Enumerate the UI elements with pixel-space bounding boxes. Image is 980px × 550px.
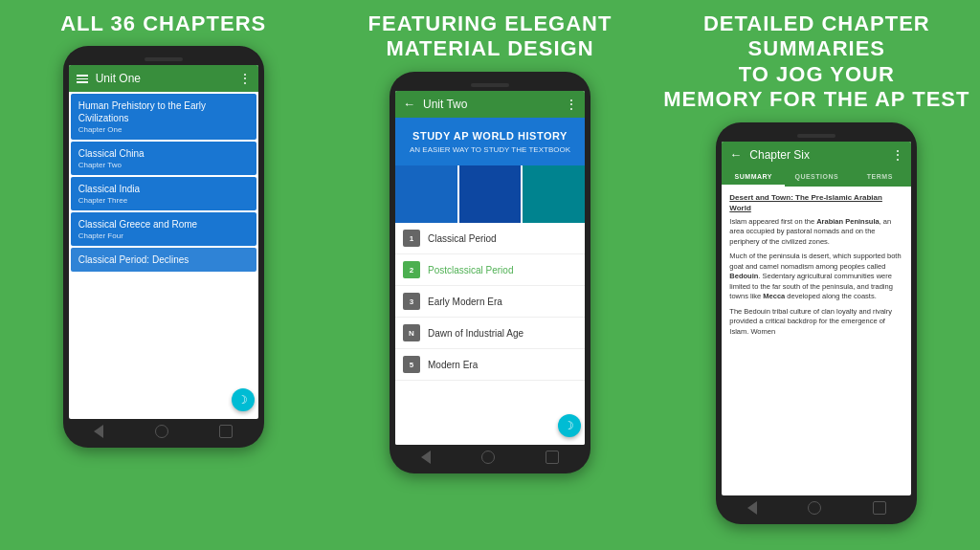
unit-item-3[interactable]: 3 Early Modern Era: [395, 286, 585, 318]
unit-num-5: 5: [403, 356, 420, 373]
img-col-1: [395, 165, 457, 223]
phone-speaker-1: [145, 57, 183, 61]
phone-speaker-3: [797, 134, 835, 138]
unit-item-1[interactable]: 1 Classical Period: [395, 223, 585, 254]
chapter-item-4[interactable]: Classical Greece and Rome Chapter Four: [71, 212, 256, 246]
unit-name-2: Postclassical Period: [428, 265, 513, 275]
chapter-title-4: Classical Greece and Rome: [78, 218, 249, 231]
chapter-sub-1: Chapter One: [78, 125, 249, 134]
summary-para-2: Much of the peninsula is desert, which s…: [729, 252, 903, 302]
unit-num-3: 3: [403, 293, 420, 310]
chapter-title-2: Classical China: [78, 147, 249, 160]
banner-images: [395, 165, 585, 223]
phone-speaker-2: [471, 83, 509, 87]
panel1-title: ALL 36 CHAPTERS: [60, 11, 266, 36]
summary-para-1: Islam appeared first on the Arabian Peni…: [729, 217, 903, 248]
phone-screen-3: ← Chapter Six ⋮ SUMMARY QUESTIONS TERMS …: [722, 142, 911, 495]
recents-button-3[interactable]: [873, 501, 886, 515]
phone-bottom-2: [395, 445, 585, 466]
chapter-item-2[interactable]: Classical China Chapter Two: [71, 142, 256, 175]
study-banner: STUDY AP WORLD HISTORY AN EASIER WAY TO …: [395, 118, 585, 165]
more-options-2[interactable]: ⋮: [565, 97, 577, 112]
summary-para-3: The Bedouin tribal culture of clan loyal…: [729, 307, 903, 338]
phone-2: ← Unit Two ⋮ STUDY AP WORLD HISTORY AN E…: [390, 72, 590, 473]
chapter-title-3: Classical India: [78, 183, 249, 195]
bold-1: Arabian Peninsula: [816, 217, 879, 226]
more-options-1[interactable]: ⋮: [238, 71, 251, 86]
img-col-2: [459, 165, 522, 223]
unit-name-3: Early Modern Era: [428, 297, 502, 307]
tab-summary[interactable]: SUMMARY: [722, 168, 785, 187]
unit-num-2: 2: [403, 261, 420, 278]
phone-1: Unit One ⋮ Human Prehistory to the Early…: [63, 46, 264, 448]
back-arrow-2[interactable]: ←: [403, 97, 415, 111]
back-button-1[interactable]: [94, 425, 103, 438]
panel2-title: FEATURING ELEGANT MATERIAL DESIGN: [334, 11, 645, 62]
phone-bottom-1: [69, 419, 258, 440]
chapter-list: Human Prehistory to the Early Civilizati…: [69, 92, 258, 419]
unit-item-4[interactable]: N Dawn of Industrial Age: [395, 318, 585, 349]
tab-bar: SUMMARY QUESTIONS TERMS: [722, 168, 911, 187]
recents-button-2[interactable]: [546, 451, 559, 464]
appbar-title-2: Unit Two: [423, 98, 565, 111]
appbar-title-1: Unit One: [96, 72, 238, 85]
phone-screen-1: Unit One ⋮ Human Prehistory to the Early…: [69, 65, 258, 419]
recents-button-1[interactable]: [219, 425, 233, 438]
unit-item-2[interactable]: 2 Postclassical Period: [395, 254, 585, 286]
appbar-title-3: Chapter Six: [749, 148, 891, 162]
phone-3: ← Chapter Six ⋮ SUMMARY QUESTIONS TERMS …: [716, 122, 917, 524]
menu-icon[interactable]: [77, 75, 88, 83]
panel-3: DETAILED CHAPTER SUMMARIESTo Jog YourMEM…: [654, 0, 980, 550]
bold-3: Mecca: [763, 292, 785, 300]
chapter-item-5[interactable]: Classical Period: Declines: [71, 248, 256, 272]
back-arrow-3[interactable]: ←: [729, 147, 742, 162]
more-options-3[interactable]: ⋮: [891, 147, 903, 163]
tab-terms[interactable]: TERMS: [848, 168, 911, 187]
panel-2: FEATURING ELEGANT MATERIAL DESIGN ← Unit…: [326, 0, 653, 550]
unit-item-5[interactable]: 5 Modern Era: [395, 349, 585, 381]
panel-1: ALL 36 CHAPTERS Unit One ⋮ Human Prehist…: [0, 0, 326, 550]
section-title: Desert and Town: The Pre-Islamic Arabian…: [729, 192, 903, 213]
app-bar-2: ← Unit Two ⋮: [395, 91, 585, 118]
summary-content: Desert and Town: The Pre-Islamic Arabian…: [722, 187, 911, 495]
unit-name-5: Modern Era: [428, 360, 478, 370]
app-bar-3: ← Chapter Six ⋮: [722, 142, 911, 168]
fab-button-2[interactable]: ☽: [558, 414, 581, 437]
chapter-title-1: Human Prehistory to the Early Civilizati…: [78, 99, 249, 124]
chapter-item-1[interactable]: Human Prehistory to the Early Civilizati…: [71, 94, 256, 140]
unit-num-4: N: [403, 324, 420, 341]
img-col-3: [523, 165, 585, 223]
panel3-title: DETAILED CHAPTER SUMMARIESTo Jog YourMEM…: [661, 11, 972, 113]
unit-list: 1 Classical Period 2 Postclassical Perio…: [395, 223, 585, 445]
app-bar-1: Unit One ⋮: [69, 65, 258, 92]
study-title: STUDY AP WORLD HISTORY: [403, 129, 577, 143]
home-button-1[interactable]: [155, 425, 168, 438]
chapter-sub-4: Chapter Four: [78, 231, 249, 240]
tab-questions[interactable]: QUESTIONS: [785, 168, 848, 187]
unit-num-1: 1: [403, 230, 420, 247]
study-subtitle: AN EASIER WAY TO STUDY THE TEXTBOOK: [403, 145, 577, 154]
phone-bottom-3: [722, 495, 911, 517]
chapter-title-5: Classical Period: Declines: [78, 253, 249, 266]
chapter-sub-3: Chapter Three: [78, 196, 249, 205]
unit-name-4: Dawn of Industrial Age: [428, 328, 523, 339]
back-button-3[interactable]: [747, 501, 757, 515]
fab-button-1[interactable]: ☽: [232, 388, 255, 411]
back-button-2[interactable]: [421, 451, 431, 464]
bold-2: Bedouin: [729, 272, 758, 280]
unit-name-1: Classical Period: [428, 233, 497, 244]
phone-screen-2: ← Unit Two ⋮ STUDY AP WORLD HISTORY AN E…: [395, 91, 585, 445]
home-button-3[interactable]: [808, 501, 821, 515]
home-button-2[interactable]: [481, 451, 495, 464]
chapter-item-3[interactable]: Classical India Chapter Three: [71, 177, 256, 210]
chapter-sub-2: Chapter Two: [78, 161, 249, 169]
